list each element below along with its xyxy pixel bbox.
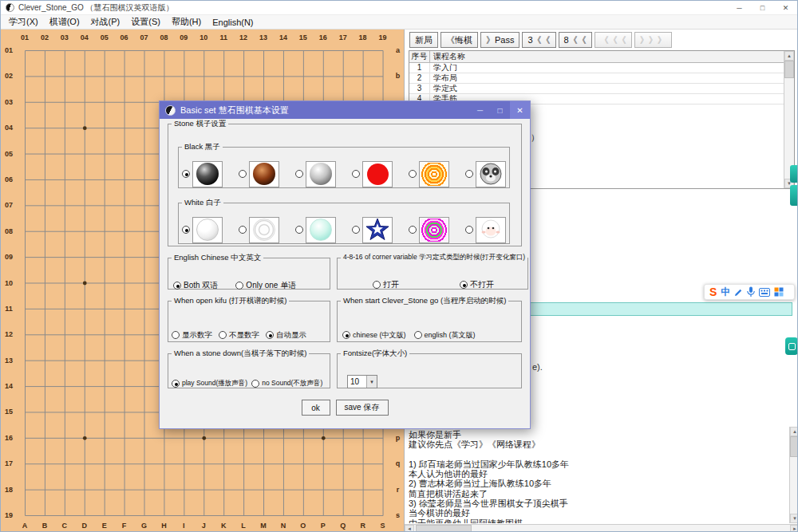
pen-icon[interactable] [734, 288, 743, 297]
info-line: 1) 邱百瑞老师当过国家少年队教练10多年 [405, 459, 789, 469]
teal-widget-button[interactable] [790, 165, 798, 183]
option-kifu-1[interactable]: 显示数字 [172, 330, 212, 341]
cartoon-sheep-stone-icon[interactable] [476, 217, 506, 243]
option-language-1[interactable]: Both 双语 [173, 280, 218, 291]
white-stone-icon[interactable] [192, 217, 223, 243]
info-text-area: 如果你是新手建议你先点《学习》《网络课程》 1) 邱百瑞老师当过国家少年队教练1… [405, 427, 789, 523]
white-stone-radio-6[interactable] [465, 226, 473, 234]
menu-item-1[interactable]: 学习(X) [3, 15, 44, 29]
option-corner-2[interactable]: 不打开 [460, 279, 494, 290]
scrollbar-thumb[interactable] [416, 525, 472, 532]
dialog-close-button[interactable]: ✕ [510, 101, 530, 119]
option-label: 显示数字 [182, 330, 212, 341]
black-stone-radio-2[interactable] [239, 170, 247, 178]
toolbar-button-7[interactable]: 》》》 [634, 32, 672, 48]
fontsize-select[interactable]: 10 ▼ [347, 375, 377, 388]
board-coordinate-label: N [276, 522, 290, 530]
brown-wood-stone-icon[interactable] [249, 161, 279, 187]
scrollbar-thumb[interactable] [790, 436, 798, 457]
dialog-maximize-button[interactable]: □ [490, 101, 510, 119]
cartoon-face-stone-icon[interactable] [476, 161, 506, 187]
board-coordinate-label: p [393, 434, 404, 442]
board-coordinate-label: 12 [236, 33, 251, 41]
orange-rings-stone-icon[interactable] [419, 161, 449, 187]
scroll-up-icon[interactable]: ▲ [784, 51, 794, 61]
app-window: Clever_Stone_GO （慧石围棋汉英双语版） ─ □ ✕ 学习(X)棋… [0, 0, 798, 532]
scroll-up-icon[interactable]: ▲ [790, 427, 798, 436]
dropdown-arrow-icon[interactable]: ▼ [366, 376, 377, 388]
sogou-logo-icon[interactable]: S [709, 286, 717, 298]
menu-item-2[interactable]: 棋谱(O) [44, 15, 85, 29]
menu-item-3[interactable]: 对战(P) [85, 15, 126, 29]
menu-item-4[interactable]: 设置(S) [125, 15, 166, 29]
dialog-minimize-button[interactable]: ─ [470, 101, 490, 119]
blue-star-stone-icon[interactable] [362, 217, 393, 243]
radio-icon [251, 380, 259, 388]
teal-translate-icon[interactable] [785, 337, 798, 355]
option-kifu-2[interactable]: 不显数字 [219, 330, 259, 341]
white-stone-radio-2[interactable] [239, 226, 247, 234]
toolbar-button-3[interactable]: 》Pass [480, 32, 519, 48]
option-startup-1[interactable]: chinese (中文版) [342, 330, 406, 341]
black-stone-radio-1[interactable] [182, 170, 190, 178]
red-circle-stone-icon[interactable] [362, 161, 393, 187]
toolbar-button-5[interactable]: 8《《 [559, 32, 592, 48]
menu-item-5[interactable]: 帮助(H) [166, 15, 207, 29]
close-button[interactable]: ✕ [774, 1, 797, 14]
scroll-left-icon[interactable]: ◄ [405, 525, 414, 532]
stone-option-black-4 [352, 161, 393, 187]
option-startup-2[interactable]: english (英文版) [414, 330, 476, 341]
option-sound-2[interactable]: no Sound(不放声音) [251, 379, 322, 388]
menu-item-6[interactable]: English(N) [207, 17, 259, 28]
white-stone-radio-4[interactable] [352, 226, 360, 234]
save-button[interactable]: save 保存 [336, 400, 389, 416]
gray-stone-icon[interactable] [306, 161, 336, 187]
toolbar-button-6[interactable]: 《《《 [595, 32, 632, 48]
cyan-stone-icon[interactable] [306, 217, 336, 243]
scroll-down-icon[interactable]: ▼ [790, 514, 798, 523]
keyboard-icon[interactable] [759, 288, 770, 297]
white-stone-radio-1[interactable] [182, 226, 190, 234]
horizontal-scrollbar[interactable]: ◄ ► [405, 524, 798, 532]
info-scrollbar[interactable]: ▲ ▼ [789, 427, 798, 523]
option-sound-1[interactable]: play Sound(播放声音) [172, 379, 247, 388]
toolbar-button-4[interactable]: 3《《 [522, 32, 555, 48]
maximize-button[interactable]: □ [751, 1, 774, 14]
black-stone-icon[interactable] [192, 161, 223, 187]
black-stone-group: Black 黑子 [178, 142, 510, 188]
stone-option-white-3 [295, 217, 336, 243]
black-stone-radio-6[interactable] [465, 170, 473, 178]
magenta-rings-stone-icon[interactable] [419, 217, 449, 243]
black-stone-radio-3[interactable] [295, 170, 303, 178]
option-corner-1[interactable]: 打开 [373, 279, 399, 290]
black-stone-radio-5[interactable] [409, 170, 417, 178]
mic-icon[interactable] [747, 286, 755, 298]
board-coordinate-label: K [216, 522, 231, 530]
toolbar-button-2[interactable]: 《悔棋 [440, 32, 478, 48]
menubar: 学习(X)棋谱(O)对战(P)设置(S)帮助(H)English(N) [1, 15, 797, 30]
white-stone-radio-3[interactable] [295, 226, 303, 234]
scrollbar-thumb[interactable] [784, 61, 794, 78]
white-stone-radio-5[interactable] [409, 226, 417, 234]
ok-button[interactable]: ok [302, 400, 330, 416]
board-coordinate-label: b [393, 72, 404, 80]
option-language-2[interactable]: Only one 单语 [235, 280, 296, 291]
minimize-button[interactable]: ─ [728, 1, 751, 14]
scrollbar-track[interactable] [414, 525, 790, 532]
board-coordinate-label: 01 [18, 33, 32, 41]
option-kifu-3[interactable]: 自动显示 [266, 330, 306, 341]
white-ring-stone-icon[interactable] [249, 217, 279, 243]
toolbox-grid-icon[interactable] [774, 287, 784, 297]
board-coordinate-label: 14 [276, 33, 290, 41]
scroll-right-icon[interactable]: ► [790, 525, 798, 532]
course-row[interactable]: 3学定式 [409, 84, 794, 94]
course-row[interactable]: 2学布局 [409, 73, 794, 84]
chinese-mode-icon[interactable]: 中 [721, 287, 730, 297]
radio-icon [235, 282, 243, 290]
toolbar-button-1[interactable]: 新局 [409, 32, 438, 48]
teal-widget-button[interactable] [790, 185, 798, 206]
board-coordinate-label: r [393, 486, 404, 494]
dialog-titlebar[interactable]: Basic set 慧石围棋基本设置 ─ □ ✕ [160, 101, 530, 119]
course-row[interactable]: 1学入门 [409, 63, 794, 73]
black-stone-radio-4[interactable] [352, 170, 360, 178]
